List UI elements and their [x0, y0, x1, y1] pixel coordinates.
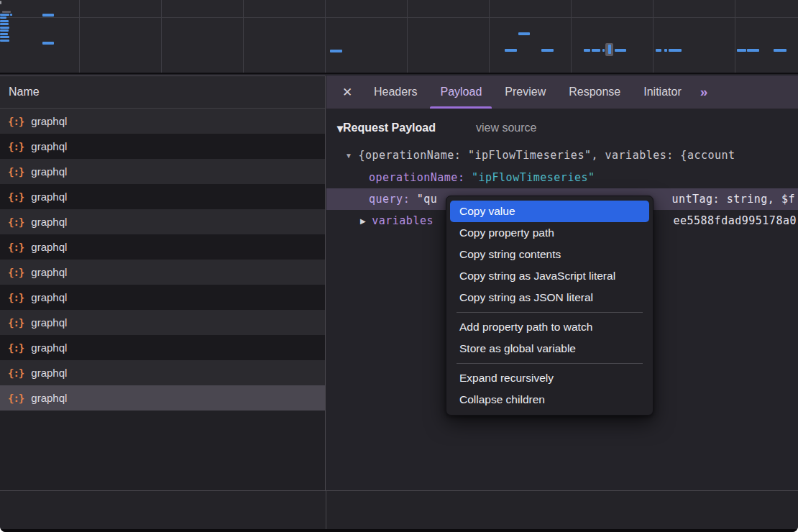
- property-value-fragment-right: untTag: string, $f: [671, 188, 795, 210]
- json-braces-icon: {:}: [8, 191, 24, 203]
- section-expander-icon[interactable]: ▾: [337, 121, 343, 135]
- network-request-row[interactable]: {:}graphql: [0, 285, 325, 310]
- network-activity-bar: [10, 14, 12, 16]
- request-name-label: graphql: [31, 191, 67, 203]
- summary-footer: [0, 490, 798, 529]
- detail-tab-bar: ✕HeadersPayloadPreviewResponseInitiator»: [326, 75, 798, 109]
- network-activity-bar: [602, 49, 605, 52]
- property-value-fragment-right: ee5588fdad995178a0: [673, 210, 797, 231]
- request-name-label: graphql: [31, 140, 67, 152]
- timeline-gridline: [161, 0, 162, 74]
- network-activity-bar: [737, 49, 746, 52]
- request-name-label: graphql: [31, 165, 67, 178]
- network-activity-bar: [0, 20, 9, 22]
- network-activity-bar: [330, 50, 342, 52]
- name-column-label: Name: [9, 86, 40, 98]
- network-activity-bar: [584, 49, 590, 52]
- json-braces-icon: {:}: [8, 116, 24, 127]
- more-tabs-button[interactable]: »: [693, 75, 714, 109]
- network-activity-bar: [0, 29, 9, 32]
- network-activity-bar: [0, 1, 1, 4]
- network-request-row[interactable]: {:}graphql: [0, 159, 325, 184]
- property-key: operationName:: [369, 171, 464, 184]
- json-braces-icon: {:}: [8, 242, 24, 253]
- network-activity-bar: [615, 49, 626, 52]
- devtools-network-panel: Name {:}graphql{:}graphql{:}graphql{:}gr…: [0, 0, 798, 532]
- panel-divider: [326, 491, 326, 530]
- timeline-gridline: [735, 0, 735, 74]
- network-activity-bar: [664, 49, 667, 52]
- network-request-row[interactable]: {:}graphql: [0, 134, 325, 159]
- property-value: "ipFlowTimeseries": [472, 171, 595, 184]
- collapsed-triangle-icon[interactable]: ▶: [360, 217, 366, 225]
- json-braces-icon: {:}: [8, 141, 24, 152]
- request-payload-header: ▾ Request Payload view source: [326, 116, 536, 140]
- json-braces-icon: {:}: [8, 166, 24, 178]
- network-activity-bar: [0, 14, 9, 16]
- network-activity-bar: [656, 49, 661, 52]
- network-activity-bar: [0, 23, 9, 25]
- network-activity-bar: [42, 42, 54, 45]
- tab-headers[interactable]: Headers: [362, 75, 428, 109]
- timeline-gridline: [325, 0, 326, 74]
- menu-item-copy-string-as-json-literal[interactable]: Copy string as JSON literal: [450, 287, 649, 308]
- close-button[interactable]: ✕: [332, 75, 362, 109]
- network-request-row[interactable]: {:}graphql: [0, 385, 325, 411]
- timeline-gridline: [571, 0, 572, 74]
- json-braces-icon: {:}: [8, 393, 24, 404]
- request-name-label: graphql: [31, 316, 67, 329]
- network-activity-bar: [608, 45, 611, 54]
- request-name-label: graphql: [31, 367, 67, 379]
- menu-item-collapse-children[interactable]: Collapse children: [450, 389, 649, 411]
- network-overview-timeline[interactable]: [0, 0, 798, 74]
- menu-item-add-property-path-to-watch[interactable]: Add property path to watch: [450, 316, 649, 338]
- view-source-link[interactable]: view source: [476, 121, 536, 134]
- timeline-row-divider: [0, 17, 798, 18]
- network-request-row[interactable]: {:}graphql: [0, 310, 325, 335]
- network-activity-bar: [42, 14, 54, 17]
- json-braces-icon: {:}: [8, 267, 24, 278]
- network-activity-bar: [747, 49, 759, 52]
- timeline-gridline: [653, 0, 653, 74]
- menu-item-store-as-global-variable[interactable]: Store as global variable: [450, 338, 649, 359]
- request-name-label: graphql: [31, 266, 67, 278]
- menu-item-copy-value[interactable]: Copy value: [450, 201, 649, 222]
- network-request-row[interactable]: {:}graphql: [0, 260, 325, 285]
- tab-payload[interactable]: Payload: [428, 75, 493, 109]
- network-activity-bar: [505, 49, 517, 52]
- context-menu: Copy valueCopy property pathCopy string …: [446, 196, 653, 416]
- operation-name-row[interactable]: operationName: "ipFlowTimeseries": [326, 167, 798, 188]
- menu-item-expand-recursively[interactable]: Expand recursively: [450, 367, 649, 389]
- network-request-row[interactable]: {:}graphql: [0, 109, 325, 134]
- timeline-gridline: [79, 0, 80, 74]
- menu-item-copy-string-as-javascript-literal[interactable]: Copy string as JavaScript literal: [450, 265, 649, 287]
- request-name-label: graphql: [31, 241, 67, 253]
- payload-preview-text: {operationName: "ipFlowTimeseries", vari…: [358, 149, 735, 162]
- network-request-row[interactable]: {:}graphql: [0, 234, 325, 260]
- tab-preview[interactable]: Preview: [493, 75, 557, 109]
- request-name-label: graphql: [31, 115, 67, 127]
- menu-divider: [457, 363, 643, 364]
- expanded-triangle-icon[interactable]: ▼: [345, 152, 352, 160]
- network-activity-bar: [0, 36, 9, 38]
- json-braces-icon: {:}: [8, 342, 24, 354]
- network-activity-bar: [774, 49, 786, 52]
- request-name-label: graphql: [31, 392, 67, 404]
- network-activity-bar: [0, 33, 8, 35]
- request-list-panel: Name {:}graphql{:}graphql{:}graphql{:}gr…: [0, 75, 326, 490]
- payload-preview-row[interactable]: ▼ {operationName: "ipFlowTimeseries", va…: [326, 145, 798, 166]
- tab-initiator[interactable]: Initiator: [632, 75, 692, 109]
- network-request-row[interactable]: {:}graphql: [0, 209, 325, 234]
- network-request-row[interactable]: {:}graphql: [0, 360, 325, 385]
- network-request-row[interactable]: {:}graphql: [0, 184, 325, 209]
- timeline-gridline: [407, 0, 408, 74]
- json-braces-icon: {:}: [8, 317, 24, 329]
- property-value-fragment: "qu: [417, 193, 438, 206]
- network-request-row[interactable]: {:}graphql: [0, 335, 325, 360]
- json-braces-icon: {:}: [8, 216, 24, 228]
- menu-item-copy-property-path[interactable]: Copy property path: [450, 222, 649, 244]
- menu-item-copy-string-contents[interactable]: Copy string contents: [450, 244, 649, 265]
- tab-response[interactable]: Response: [557, 75, 632, 109]
- network-activity-bar: [0, 27, 9, 29]
- name-column-header[interactable]: Name: [0, 75, 325, 109]
